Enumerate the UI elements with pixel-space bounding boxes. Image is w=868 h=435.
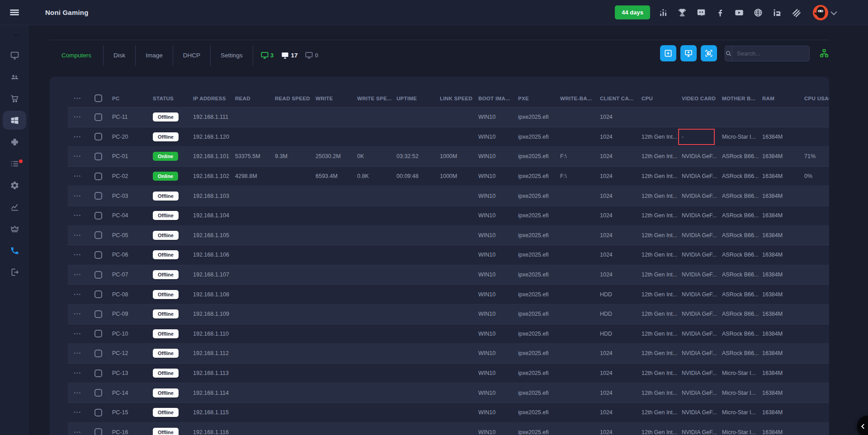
sidebar-item-windows[interactable] <box>3 111 26 130</box>
sidebar-item-games[interactable] <box>3 132 26 151</box>
column-header-uptime[interactable]: UPTIME <box>393 96 436 101</box>
sidebar-item-support[interactable] <box>3 241 26 260</box>
table-row-pc-20[interactable]: •••PC-20Offline192.168.1.120WIN10ipxe202… <box>68 127 829 147</box>
row-checkbox[interactable] <box>94 231 102 239</box>
row-checkbox[interactable] <box>94 251 102 259</box>
online-computers-counter[interactable]: 3 <box>260 51 274 60</box>
row-checkbox[interactable] <box>94 192 102 200</box>
row-actions-button[interactable]: ••• <box>68 324 88 344</box>
collapse-panel-button[interactable] <box>857 416 868 435</box>
table-row-pc-11[interactable]: •••PC-11Offline192.168.1.111WIN10ipxe202… <box>68 108 829 127</box>
column-header-pxe[interactable]: PXE <box>514 96 557 101</box>
user-menu[interactable] <box>813 5 835 20</box>
row-checkbox[interactable] <box>94 212 102 220</box>
column-header-video-card[interactable]: VIDEO CARD <box>678 96 718 101</box>
row-checkbox[interactable] <box>94 310 102 318</box>
row-actions-button[interactable]: ••• <box>68 344 88 363</box>
trophy-icon[interactable] <box>676 7 688 19</box>
column-header-pc[interactable]: PC <box>108 96 149 101</box>
column-header-client-cache[interactable]: CLIENT CA... <box>596 96 638 101</box>
table-row-pc-14[interactable]: •••PC-14Offline192.168.1.114WIN10ipxe202… <box>68 383 829 403</box>
sidebar-item-logout[interactable] <box>3 262 26 281</box>
row-actions-button[interactable]: ••• <box>68 108 88 127</box>
row-actions-button[interactable]: ••• <box>68 127 88 147</box>
column-header-boot-image[interactable]: BOOT IMA... <box>475 96 514 101</box>
row-checkbox[interactable] <box>94 350 102 357</box>
globe-icon[interactable] <box>752 7 764 19</box>
row-actions-button[interactable]: ••• <box>68 265 88 285</box>
column-header-write-speed[interactable]: WRITE SPE... <box>354 96 393 101</box>
column-header-ram[interactable]: RAM <box>759 96 801 101</box>
total-computers-counter[interactable]: 17 <box>281 51 297 60</box>
network-tree-icon[interactable] <box>819 48 829 58</box>
column-header-cpu[interactable]: CPU <box>638 96 678 101</box>
row-actions-button[interactable]: ••• <box>68 403 88 422</box>
row-checkbox[interactable] <box>94 428 102 435</box>
row-actions-button[interactable]: ••• <box>68 304 88 324</box>
column-header-status[interactable]: STATUS <box>149 96 189 101</box>
facebook-icon[interactable] <box>714 7 726 19</box>
youtube-icon[interactable] <box>733 7 745 19</box>
row-actions-button[interactable]: ••• <box>68 186 88 206</box>
other-computers-counter[interactable]: 0 <box>305 51 318 60</box>
table-row-pc-16[interactable]: •••PC-16Offline192.168.1.116WIN10ipxe202… <box>68 423 829 435</box>
sidebar-item-settings[interactable] <box>3 176 26 195</box>
row-checkbox[interactable] <box>94 153 102 160</box>
column-header-write[interactable]: WRITE <box>312 96 354 101</box>
column-header-read-speed[interactable]: READ SPEED <box>271 96 312 101</box>
tab-dhcp[interactable]: DHCP <box>173 45 210 66</box>
row-checkbox[interactable] <box>94 389 102 397</box>
table-row-pc-02[interactable]: •••PC-02Online192.168.1.1024298.8M6593.4… <box>68 167 829 187</box>
table-row-pc-08[interactable]: •••PC-08Offline192.168.1.108WIN10ipxe202… <box>68 285 829 304</box>
sidebar-item-computers[interactable] <box>3 46 26 65</box>
table-row-pc-10[interactable]: •••PC-10Offline192.168.1.110WIN10ipxe202… <box>68 324 829 344</box>
add-square-button[interactable] <box>660 45 676 61</box>
row-actions-button[interactable]: ••• <box>68 364 88 383</box>
capture-button[interactable] <box>701 45 717 61</box>
table-row-pc-12[interactable]: •••PC-12Offline192.168.1.112WIN10ipxe202… <box>68 344 829 364</box>
layers-logo-icon[interactable] <box>790 7 802 19</box>
row-checkbox[interactable] <box>94 330 102 337</box>
sidebar-item-shop[interactable] <box>3 89 26 108</box>
row-actions-button[interactable]: ••• <box>68 147 88 166</box>
menu-toggle-button[interactable] <box>0 9 29 16</box>
tab-computers[interactable]: Computers <box>50 45 103 66</box>
row-actions-button[interactable]: ••• <box>68 167 88 186</box>
row-actions-button[interactable]: ••• <box>68 423 88 435</box>
sidebar-item-logs[interactable] <box>3 154 26 173</box>
discord-icon[interactable] <box>695 7 707 19</box>
table-row-pc-15[interactable]: •••PC-15Offline192.168.1.115WIN10ipxe202… <box>68 403 829 423</box>
table-row-pc-13[interactable]: •••PC-13Offline192.168.1.113WIN10ipxe202… <box>68 364 829 384</box>
column-header-write-back[interactable]: WRITE-BA... <box>557 96 596 101</box>
table-row-pc-03[interactable]: •••PC-03Offline192.168.1.103WIN10ipxe202… <box>68 186 829 206</box>
column-header-read[interactable]: READ <box>231 96 271 101</box>
days-remaining-badge[interactable]: 44 days <box>615 5 650 19</box>
row-checkbox[interactable] <box>94 173 102 180</box>
ranking-icon[interactable] <box>657 7 669 19</box>
column-header-cpu-usage[interactable]: CPU USAGE <box>801 96 829 101</box>
tab-image[interactable]: Image <box>136 45 173 66</box>
table-row-pc-09[interactable]: •••PC-09Offline192.168.1.109WIN10ipxe202… <box>68 304 829 324</box>
row-actions-button[interactable]: ••• <box>68 285 88 304</box>
sidebar-item-users[interactable] <box>3 67 26 86</box>
add-computer-button[interactable] <box>680 45 697 61</box>
tab-disk[interactable]: Disk <box>104 45 135 66</box>
table-row-pc-04[interactable]: •••PC-04Offline192.168.1.104WIN10ipxe202… <box>68 206 829 226</box>
table-row-pc-07[interactable]: •••PC-07Offline192.168.1.107WIN10ipxe202… <box>68 265 829 285</box>
search-input[interactable] <box>732 50 810 57</box>
row-actions-button[interactable]: ••• <box>68 226 88 245</box>
row-checkbox[interactable] <box>94 113 102 121</box>
sidebar-item-premium[interactable] <box>3 219 26 238</box>
sidebar-item-stats[interactable] <box>3 197 26 216</box>
column-header-link-speed[interactable]: LINK SPEED <box>436 96 475 101</box>
i2-logo-icon[interactable] <box>771 7 783 19</box>
row-checkbox[interactable] <box>94 271 102 279</box>
row-actions-button[interactable]: ••• <box>68 383 88 402</box>
row-checkbox[interactable] <box>94 290 102 298</box>
column-header-motherboard[interactable]: MOTHER B... <box>718 96 759 101</box>
row-actions-button[interactable]: ••• <box>68 206 88 225</box>
column-header-ip-address[interactable]: IP ADDRESS <box>189 96 231 101</box>
table-row-pc-06[interactable]: •••PC-06Offline192.168.1.106WIN10ipxe202… <box>68 245 829 265</box>
tab-settings[interactable]: Settings <box>211 45 253 66</box>
row-checkbox[interactable] <box>94 370 102 377</box>
